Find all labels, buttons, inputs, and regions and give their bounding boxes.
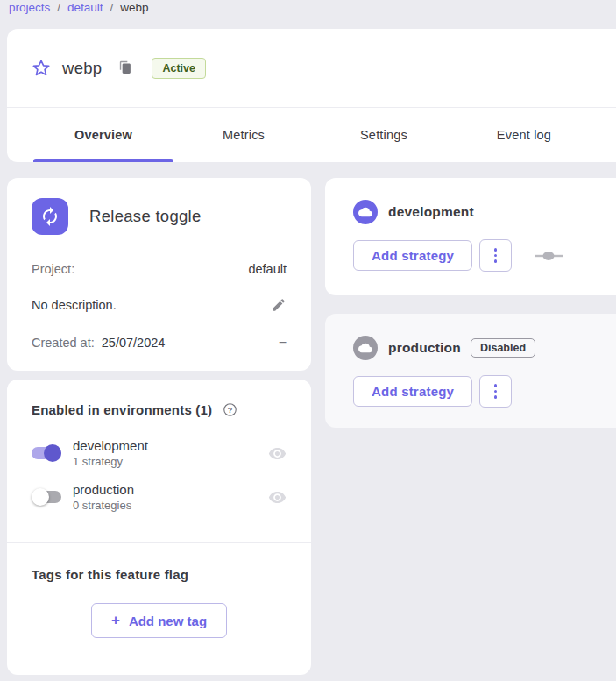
kebab-menu-icon — [494, 384, 498, 387]
tags-title: Tags for this feature flag — [32, 567, 287, 582]
breadcrumb-current: webp — [120, 1, 148, 14]
environments-card: Enabled in environments (1) ? developmen… — [7, 380, 311, 675]
tab-bar: Overview Metrics Settings Event log — [7, 107, 616, 162]
flag-type-label: Release toggle — [89, 207, 202, 226]
add-new-tag-button[interactable]: + Add new tag — [91, 603, 227, 638]
favorite-star-icon[interactable] — [32, 59, 51, 78]
active-tab-indicator — [33, 159, 173, 162]
edit-description-icon[interactable] — [271, 297, 287, 313]
copy-name-icon[interactable] — [117, 60, 132, 75]
environment-strategy-count: 0 strategies — [73, 499, 268, 512]
flag-header-card: webp Active Overview Metrics Settings Ev… — [7, 29, 616, 162]
breadcrumb: projects / default / webp — [9, 1, 149, 14]
production-environment-panel: production Disabled Add strategy — [325, 314, 616, 428]
plus-icon: + — [111, 612, 120, 629]
description-row: No description. — [32, 297, 287, 313]
environment-cloud-icon — [353, 336, 378, 360]
project-row: Project: default — [32, 262, 287, 276]
release-toggle-icon — [32, 198, 68, 235]
status-badge: Active — [152, 58, 206, 79]
environment-panel-name: development — [388, 204, 474, 220]
breadcrumb-default[interactable]: default — [67, 1, 103, 14]
production-toggle[interactable] — [32, 488, 61, 506]
feature-flag-page: projects / default / webp webp Active Ov… — [0, 0, 616, 681]
environment-cloud-icon — [353, 200, 378, 224]
add-new-tag-label: Add new tag — [129, 614, 207, 628]
created-label: Created at: — [32, 336, 95, 350]
environments-title: Enabled in environments (1) — [32, 402, 212, 417]
breadcrumb-separator: / — [57, 1, 60, 14]
created-value: 25/07/2024 — [102, 336, 166, 350]
svg-text:?: ? — [228, 406, 233, 415]
environments-section: Enabled in environments (1) ? developmen… — [7, 380, 311, 542]
visibility-eye-icon[interactable] — [268, 488, 287, 507]
help-icon[interactable]: ? — [223, 402, 237, 417]
environment-strategy-count: 1 strategy — [73, 455, 268, 468]
project-label: Project: — [32, 262, 74, 276]
flag-type-row: Release toggle — [32, 198, 287, 235]
development-toggle[interactable] — [32, 444, 61, 462]
description-text: No description. — [32, 298, 117, 312]
page-title: webp — [62, 59, 102, 78]
environment-panel-name: production — [388, 340, 461, 356]
tab-overview[interactable]: Overview — [33, 128, 173, 142]
environment-menu-button[interactable] — [479, 375, 512, 408]
environment-row-production: production 0 strategies — [32, 482, 287, 512]
add-strategy-button[interactable]: Add strategy — [353, 240, 472, 271]
tab-event-log[interactable]: Event log — [454, 128, 594, 142]
strategy-connector-icon — [533, 251, 564, 261]
environment-menu-button[interactable] — [479, 239, 512, 272]
environment-row-development: development 1 strategy — [32, 438, 287, 468]
tab-metrics[interactable]: Metrics — [173, 128, 314, 142]
tab-settings[interactable]: Settings — [314, 128, 454, 142]
development-environment-panel: development Add strategy — [325, 178, 616, 295]
visibility-eye-icon[interactable] — [268, 444, 287, 463]
project-value: default — [248, 262, 287, 276]
collapse-details-icon[interactable]: − — [279, 338, 287, 347]
breadcrumb-separator: / — [110, 1, 114, 14]
environment-name: production — [73, 482, 268, 497]
disabled-badge: Disabled — [471, 338, 535, 358]
add-strategy-button[interactable]: Add strategy — [353, 376, 472, 407]
environment-name: development — [73, 438, 268, 453]
kebab-menu-icon — [494, 248, 498, 252]
flag-details-card: Release toggle Project: default No descr… — [7, 178, 311, 371]
breadcrumb-projects[interactable]: projects — [9, 1, 50, 14]
created-row: Created at: 25/07/2024 − — [32, 336, 287, 350]
flag-title-row: webp Active — [7, 29, 616, 107]
tags-section: Tags for this feature flag + Add new tag — [7, 542, 311, 663]
